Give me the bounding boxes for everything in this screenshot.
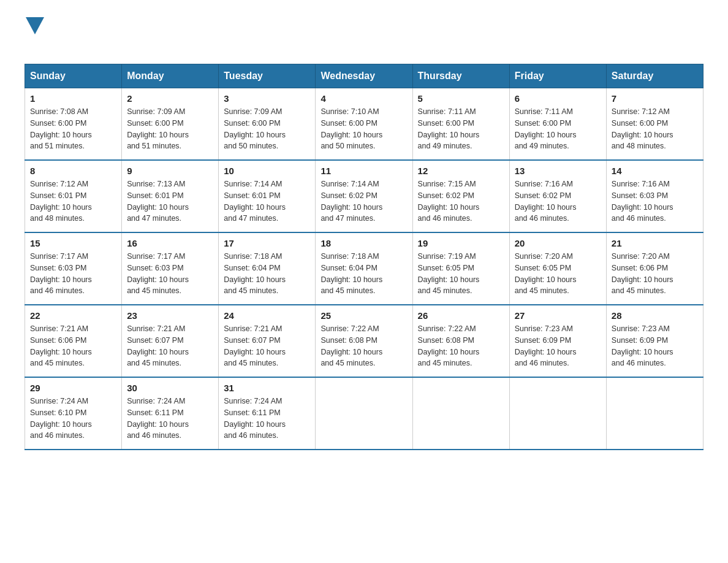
day-info: Sunrise: 7:14 AMSunset: 6:02 PMDaylight:… (320, 178, 407, 224)
day-number: 13 (515, 166, 601, 176)
day-info: Sunrise: 7:21 AMSunset: 6:06 PMDaylight:… (30, 323, 116, 369)
day-number: 16 (127, 238, 213, 248)
weekday-header-row: SundayMondayTuesdayWednesdayThursdayFrid… (25, 64, 703, 88)
calendar-cell: 11Sunrise: 7:14 AMSunset: 6:02 PMDayligh… (316, 160, 412, 232)
calendar-cell: 20Sunrise: 7:20 AMSunset: 6:05 PMDayligh… (509, 232, 606, 305)
day-info: Sunrise: 7:08 AMSunset: 6:00 PMDaylight:… (30, 106, 116, 152)
day-number: 22 (30, 310, 116, 321)
calendar-cell: 31Sunrise: 7:24 AMSunset: 6:11 PMDayligh… (219, 377, 316, 450)
calendar-cell: 12Sunrise: 7:15 AMSunset: 6:02 PMDayligh… (412, 160, 509, 232)
day-number: 26 (418, 310, 504, 321)
calendar-cell: 4Sunrise: 7:10 AMSunset: 6:00 PMDaylight… (316, 88, 412, 161)
day-number: 23 (127, 310, 213, 321)
calendar-cell: 21Sunrise: 7:20 AMSunset: 6:06 PMDayligh… (606, 232, 703, 305)
week-row-3: 15Sunrise: 7:17 AMSunset: 6:03 PMDayligh… (25, 232, 703, 305)
calendar-cell: 27Sunrise: 7:23 AMSunset: 6:09 PMDayligh… (509, 305, 606, 377)
calendar-cell: 10Sunrise: 7:14 AMSunset: 6:01 PMDayligh… (219, 160, 316, 232)
day-number: 6 (515, 93, 601, 104)
day-number: 18 (320, 238, 407, 248)
day-number: 17 (224, 238, 310, 248)
day-info: Sunrise: 7:21 AMSunset: 6:07 PMDaylight:… (224, 323, 310, 369)
day-number: 15 (30, 238, 116, 248)
day-number: 24 (224, 310, 310, 321)
svg-marker-0 (26, 17, 44, 34)
day-number: 14 (612, 166, 698, 176)
day-number: 5 (418, 93, 504, 104)
calendar-cell: 24Sunrise: 7:21 AMSunset: 6:07 PMDayligh… (219, 305, 316, 377)
day-info: Sunrise: 7:19 AMSunset: 6:05 PMDaylight:… (418, 251, 504, 297)
calendar-cell: 6Sunrise: 7:11 AMSunset: 6:00 PMDaylight… (509, 88, 606, 161)
calendar-cell: 1Sunrise: 7:08 AMSunset: 6:00 PMDaylight… (25, 88, 122, 161)
calendar-cell: 8Sunrise: 7:12 AMSunset: 6:01 PMDaylight… (25, 160, 122, 232)
day-info: Sunrise: 7:18 AMSunset: 6:04 PMDaylight:… (320, 251, 407, 297)
day-number: 30 (127, 383, 213, 393)
day-number: 1 (30, 93, 116, 104)
weekday-header-sunday: Sunday (25, 64, 122, 88)
weekday-header-tuesday: Tuesday (219, 64, 316, 88)
day-number: 29 (30, 383, 116, 393)
day-info: Sunrise: 7:22 AMSunset: 6:08 PMDaylight:… (418, 323, 504, 369)
day-info: Sunrise: 7:24 AMSunset: 6:11 PMDaylight:… (127, 396, 213, 442)
day-number: 8 (30, 166, 116, 176)
day-info: Sunrise: 7:11 AMSunset: 6:00 PMDaylight:… (418, 106, 504, 152)
calendar-cell: 7Sunrise: 7:12 AMSunset: 6:00 PMDaylight… (606, 88, 703, 161)
day-number: 12 (418, 166, 504, 176)
week-row-4: 22Sunrise: 7:21 AMSunset: 6:06 PMDayligh… (25, 305, 703, 377)
day-info: Sunrise: 7:23 AMSunset: 6:09 PMDaylight:… (515, 323, 601, 369)
weekday-header-thursday: Thursday (412, 64, 509, 88)
day-info: Sunrise: 7:20 AMSunset: 6:05 PMDaylight:… (515, 251, 601, 297)
day-number: 4 (320, 93, 407, 104)
day-number: 10 (224, 166, 310, 176)
calendar-cell: 26Sunrise: 7:22 AMSunset: 6:08 PMDayligh… (412, 305, 509, 377)
day-number: 19 (418, 238, 504, 248)
calendar-cell: 13Sunrise: 7:16 AMSunset: 6:02 PMDayligh… (509, 160, 606, 232)
day-info: Sunrise: 7:16 AMSunset: 6:03 PMDaylight:… (612, 178, 698, 224)
day-info: Sunrise: 7:23 AMSunset: 6:09 PMDaylight:… (612, 323, 698, 369)
calendar-cell: 16Sunrise: 7:17 AMSunset: 6:03 PMDayligh… (122, 232, 219, 305)
calendar-cell: 28Sunrise: 7:23 AMSunset: 6:09 PMDayligh… (606, 305, 703, 377)
day-number: 20 (515, 238, 601, 248)
calendar-cell: 3Sunrise: 7:09 AMSunset: 6:00 PMDaylight… (219, 88, 316, 161)
day-info: Sunrise: 7:18 AMSunset: 6:04 PMDaylight:… (224, 251, 310, 297)
calendar-cell: 5Sunrise: 7:11 AMSunset: 6:00 PMDaylight… (412, 88, 509, 161)
calendar-cell (509, 377, 606, 450)
day-info: Sunrise: 7:17 AMSunset: 6:03 PMDaylight:… (127, 251, 213, 297)
day-number: 27 (515, 310, 601, 321)
day-info: Sunrise: 7:10 AMSunset: 6:00 PMDaylight:… (320, 106, 407, 152)
calendar-cell: 19Sunrise: 7:19 AMSunset: 6:05 PMDayligh… (412, 232, 509, 305)
week-row-2: 8Sunrise: 7:12 AMSunset: 6:01 PMDaylight… (25, 160, 703, 232)
logo-icon (26, 17, 44, 36)
day-info: Sunrise: 7:11 AMSunset: 6:00 PMDaylight:… (515, 106, 601, 152)
calendar-cell: 25Sunrise: 7:22 AMSunset: 6:08 PMDayligh… (316, 305, 412, 377)
day-number: 21 (612, 238, 698, 248)
day-number: 9 (127, 166, 213, 176)
calendar-cell: 29Sunrise: 7:24 AMSunset: 6:10 PMDayligh… (25, 377, 122, 450)
day-number: 3 (224, 93, 310, 104)
day-number: 7 (612, 93, 698, 104)
day-info: Sunrise: 7:17 AMSunset: 6:03 PMDaylight:… (30, 251, 116, 297)
logo (25, 18, 44, 52)
weekday-header-monday: Monday (122, 64, 219, 88)
week-row-5: 29Sunrise: 7:24 AMSunset: 6:10 PMDayligh… (25, 377, 703, 450)
day-info: Sunrise: 7:09 AMSunset: 6:00 PMDaylight:… (127, 106, 213, 152)
day-info: Sunrise: 7:22 AMSunset: 6:08 PMDaylight:… (320, 323, 407, 369)
day-info: Sunrise: 7:13 AMSunset: 6:01 PMDaylight:… (127, 178, 213, 224)
calendar-cell: 30Sunrise: 7:24 AMSunset: 6:11 PMDayligh… (122, 377, 219, 450)
calendar-cell: 17Sunrise: 7:18 AMSunset: 6:04 PMDayligh… (219, 232, 316, 305)
calendar-cell: 14Sunrise: 7:16 AMSunset: 6:03 PMDayligh… (606, 160, 703, 232)
day-info: Sunrise: 7:14 AMSunset: 6:01 PMDaylight:… (224, 178, 310, 224)
day-number: 11 (320, 166, 407, 176)
day-number: 28 (612, 310, 698, 321)
page-header (25, 18, 703, 52)
day-number: 31 (224, 383, 310, 393)
day-number: 2 (127, 93, 213, 104)
day-info: Sunrise: 7:24 AMSunset: 6:11 PMDaylight:… (224, 396, 310, 442)
week-row-1: 1Sunrise: 7:08 AMSunset: 6:00 PMDaylight… (25, 88, 703, 161)
calendar-cell (412, 377, 509, 450)
calendar-cell: 9Sunrise: 7:13 AMSunset: 6:01 PMDaylight… (122, 160, 219, 232)
calendar-cell: 15Sunrise: 7:17 AMSunset: 6:03 PMDayligh… (25, 232, 122, 305)
day-info: Sunrise: 7:24 AMSunset: 6:10 PMDaylight:… (30, 396, 116, 442)
day-info: Sunrise: 7:20 AMSunset: 6:06 PMDaylight:… (612, 251, 698, 297)
calendar-cell (606, 377, 703, 450)
calendar-cell: 23Sunrise: 7:21 AMSunset: 6:07 PMDayligh… (122, 305, 219, 377)
